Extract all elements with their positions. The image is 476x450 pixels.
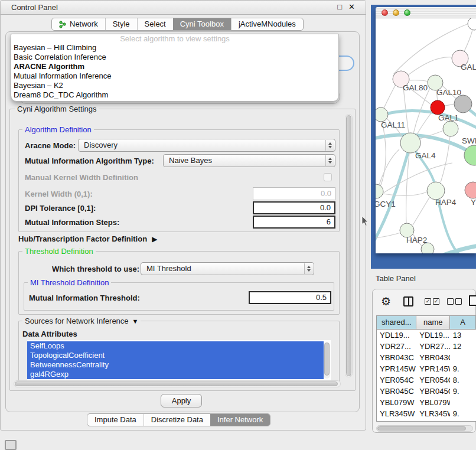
table-cell: YLR345W: [377, 408, 416, 419]
spinner-arrows-icon: [325, 140, 334, 151]
network-node[interactable]: [454, 95, 472, 113]
table-row[interactable]: YBR043CYBR043C: [377, 352, 476, 363]
mi-algorithm-type-select[interactable]: Naive Bayes: [163, 154, 335, 167]
table-cell: YER054C: [416, 374, 450, 386]
algorithm-option[interactable]: ARACNE Algorithm: [11, 62, 338, 71]
network-node-gal11[interactable]: [376, 107, 388, 122]
tab-network[interactable]: Network: [52, 18, 105, 30]
tab-impute-data[interactable]: Impute Data: [87, 414, 144, 426]
table-panel-title: Table Panel: [376, 274, 416, 283]
algorithm-dropdown-prompt: Select algorithm to view settings: [11, 34, 338, 43]
settings-horizontal-scrollbar[interactable]: [14, 380, 341, 387]
export-table-icon[interactable]: [469, 295, 476, 306]
algorithm-option[interactable]: Bayesian – K2: [11, 81, 338, 90]
tab-label: Network: [70, 18, 98, 30]
minimize-traffic-light-icon[interactable]: [393, 9, 399, 16]
algorithm-combo-fragment: [337, 56, 354, 71]
table-row[interactable]: YBL079WYBL079W: [377, 397, 476, 408]
network-node-label: GAL4: [415, 151, 436, 160]
docked-panel-icon[interactable]: [5, 440, 17, 450]
table-row[interactable]: YBR045CYBR045C9.: [377, 386, 476, 397]
network-node-label: GAL1: [438, 113, 459, 122]
network-node-label: GAL7: [461, 63, 476, 71]
close-icon[interactable]: ✕: [348, 2, 355, 11]
control-panel-tabs: Network Style Select Cyni Toolbox jActiv…: [51, 18, 304, 31]
zoom-traffic-light-icon[interactable]: [404, 9, 410, 16]
threshold-definition-title: Threshold Definition: [22, 247, 96, 256]
tab-style[interactable]: Style: [105, 18, 137, 30]
algorithm-option[interactable]: Basic Correlation Inference: [11, 53, 338, 62]
network-node-gal4[interactable]: [400, 133, 420, 153]
tab-label: Cyni Toolbox: [180, 18, 224, 30]
table-cell: YBR045C: [377, 386, 416, 397]
table-horizontal-scrollbar[interactable]: [376, 425, 473, 432]
dpi-tolerance-field[interactable]: 0.0: [253, 201, 335, 214]
network-node-hap4[interactable]: [427, 182, 445, 200]
table-row[interactable]: YLR345WYLR345W9.: [377, 408, 476, 419]
tab-discretize-data[interactable]: Discretize Data: [144, 414, 210, 426]
which-threshold-value: MI Threshold: [146, 264, 191, 273]
which-threshold-select[interactable]: MI Threshold: [141, 262, 314, 275]
data-attribute-item[interactable]: BetweennessCentrality: [27, 360, 324, 370]
data-attribute-item[interactable]: SelfLoops: [27, 341, 324, 351]
table-cell: [450, 352, 476, 363]
data-attribute-item[interactable]: gal4RGexp: [27, 370, 324, 379]
table-cell: YDR27...: [377, 341, 416, 352]
table-row[interactable]: YPR145WYPR145W9.: [377, 363, 476, 374]
data-attribute-item[interactable]: TopologicalCoefficient: [27, 351, 324, 360]
table-toolbar: ⚙ ✓✓: [373, 294, 475, 312]
algorithm-option[interactable]: Dream8 DC_TDC Algorithm: [11, 90, 338, 100]
table-cell: YPR145W: [416, 363, 450, 374]
network-node-label: SWI4: [462, 136, 476, 145]
algorithm-option[interactable]: Bayesian – Hill Climbing: [11, 43, 338, 53]
mi-threshold-field[interactable]: 0.5: [249, 291, 331, 304]
table-row[interactable]: YDL19...YDL19...13: [377, 330, 476, 341]
select-all-columns-icon[interactable]: ✓✓: [425, 298, 439, 305]
column-header[interactable]: shared...: [377, 316, 416, 329]
table-cell: 9: [450, 419, 476, 422]
network-node-label: HAP4: [435, 198, 457, 207]
expand-right-icon[interactable]: ▶: [152, 235, 157, 243]
network-node-label: GAL10: [436, 88, 461, 97]
float-window-icon[interactable]: □: [337, 2, 342, 11]
close-traffic-light-icon[interactable]: [382, 9, 388, 16]
column-header[interactable]: name: [416, 316, 450, 329]
control-panel-titlebar: Control Panel □ ✕: [1, 1, 366, 15]
collapse-down-icon[interactable]: ▼: [132, 318, 139, 325]
table-cell: YDR27...: [416, 341, 450, 352]
tab-cyni-toolbox[interactable]: Cyni Toolbox: [173, 18, 231, 30]
network-node-gcy1[interactable]: [376, 184, 383, 198]
mi-steps-field[interactable]: 6: [253, 216, 335, 229]
network-node[interactable]: [468, 18, 476, 30]
tab-select[interactable]: Select: [137, 18, 173, 30]
deselect-all-columns-icon[interactable]: [447, 298, 462, 305]
table-cell: YDL19...: [416, 330, 450, 341]
spinner-arrows-icon: [325, 155, 334, 166]
table-cell: YBL079W: [377, 397, 416, 408]
settings-vertical-scrollbar[interactable]: [345, 114, 353, 377]
network-node-y[interactable]: [465, 182, 476, 198]
table-row[interactable]: YIL052CYIL052C9: [377, 419, 476, 422]
tab-infer-network[interactable]: Infer Network: [210, 414, 270, 426]
threshold-definition-group: Threshold Definition Which threshold to …: [18, 251, 340, 315]
network-window-titlebar: [376, 7, 476, 18]
columns-icon[interactable]: [403, 296, 413, 306]
manual-kernel-checkbox[interactable]: [324, 173, 332, 181]
network-node-gal1[interactable]: [431, 100, 445, 115]
tab-jactivemnodules[interactable]: jActiveMNodules: [231, 18, 303, 30]
table-row[interactable]: YDR27...YDR27...12: [377, 341, 476, 352]
kernel-width-field[interactable]: 0.0: [253, 187, 335, 200]
aracne-mode-select[interactable]: Discovery: [78, 139, 335, 152]
table-cell: YBR045C: [416, 386, 450, 397]
network-canvas[interactable]: GAL7GAL80GAL10GAL1GAL11SWI4GAL4GCY1HAP4Y…: [376, 18, 476, 253]
algorithm-option[interactable]: Mutual Information Inference: [11, 71, 338, 81]
apply-button[interactable]: Apply: [161, 394, 202, 407]
table-row[interactable]: YER054CYER054C8.: [377, 374, 476, 386]
gear-icon[interactable]: ⚙: [381, 295, 391, 308]
dpi-tolerance-label: DPI Tolerance [0,1]:: [25, 204, 96, 213]
column-header[interactable]: A: [450, 316, 476, 329]
hub-definition-toggle[interactable]: Hub/Transcription Factor Definition▶: [18, 234, 157, 243]
table-cell: YBL079W: [416, 397, 450, 408]
network-node-swi4[interactable]: [443, 121, 458, 136]
attributes-scrollbar[interactable]: [324, 342, 330, 379]
